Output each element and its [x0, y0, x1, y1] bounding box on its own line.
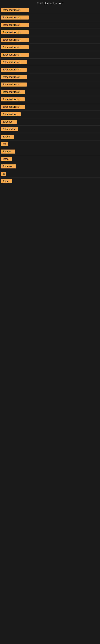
result-item: Bottleneck result	[0, 74, 100, 81]
result-item: Bottlenec	[0, 118, 100, 126]
result-item: Bottleneck result	[0, 44, 100, 51]
bottleneck-result-label[interactable]: Bottlene	[1, 150, 15, 154]
bottleneck-result-label[interactable]: Bottleneck result	[1, 82, 27, 86]
bottleneck-result-label[interactable]: Bottlenec	[1, 120, 17, 124]
bottleneck-result-label[interactable]: Bot	[1, 142, 8, 146]
site-title: TheBottlenecker.com	[0, 0, 100, 6]
result-item: Bot	[0, 140, 100, 148]
bottleneck-result-label[interactable]: Bottlen	[1, 135, 14, 139]
result-item: Bottler	[0, 178, 100, 185]
bottleneck-result-label[interactable]: Bottlenec	[1, 164, 16, 168]
result-item: Bottleneck result	[0, 6, 100, 14]
result-item: Bottleneck re	[0, 111, 100, 118]
bottleneck-result-label[interactable]: Bottleneck result	[1, 38, 29, 42]
result-item: Bottleneck result	[0, 36, 100, 44]
result-item: Bottlen	[0, 133, 100, 140]
bottleneck-result-label[interactable]: Bottleneck result	[1, 53, 29, 57]
site-header: TheBottlenecker.com	[0, 0, 100, 6]
result-item: Bottlenec	[0, 163, 100, 170]
bottleneck-result-label[interactable]: Bottleneck result	[1, 8, 29, 12]
bottleneck-result-label[interactable]: Bo	[1, 172, 6, 176]
result-item: Bottleneck result	[0, 88, 100, 96]
bottleneck-result-label[interactable]: Bottleneck result	[1, 30, 29, 34]
result-item: Bottleneck result	[0, 66, 100, 74]
result-item: Bottleneck result	[0, 14, 100, 21]
bottleneck-result-label[interactable]: Bottleneck result	[1, 98, 25, 102]
result-item: Bottleneck result	[0, 29, 100, 36]
result-item: Bottleneck result	[0, 81, 100, 88]
bottleneck-result-label[interactable]: Bottleneck result	[1, 23, 29, 27]
bottleneck-result-label[interactable]: Bottle	[1, 157, 12, 161]
result-item: Bottleneck result	[0, 103, 100, 111]
result-item: Bottlene	[0, 148, 100, 155]
result-item: Bottle	[0, 155, 100, 163]
result-item: Bo	[0, 170, 100, 178]
bottleneck-result-label[interactable]: Bottleneck result	[1, 75, 27, 79]
bottleneck-result-label[interactable]: Bottleneck result	[1, 68, 27, 72]
bottleneck-result-label[interactable]: Bottleneck result	[1, 45, 29, 49]
result-item: Bottleneck r	[0, 126, 100, 133]
bottleneck-result-label[interactable]: Bottleneck result	[1, 16, 29, 20]
results-list: Bottleneck resultBottleneck resultBottle…	[0, 6, 100, 185]
bottleneck-result-label[interactable]: Bottleneck result	[1, 105, 25, 109]
result-item: Bottleneck result	[0, 21, 100, 29]
bottleneck-result-label[interactable]: Bottleneck re	[1, 112, 21, 116]
bottleneck-result-label[interactable]: Bottleneck result	[1, 60, 27, 64]
bottleneck-result-label[interactable]: Bottleneck result	[1, 90, 25, 94]
result-item: Bottleneck result	[0, 96, 100, 103]
result-item: Bottleneck result	[0, 58, 100, 66]
result-item: Bottleneck result	[0, 51, 100, 58]
bottleneck-result-label[interactable]: Bottler	[1, 179, 12, 183]
bottleneck-result-label[interactable]: Bottleneck r	[1, 127, 18, 131]
